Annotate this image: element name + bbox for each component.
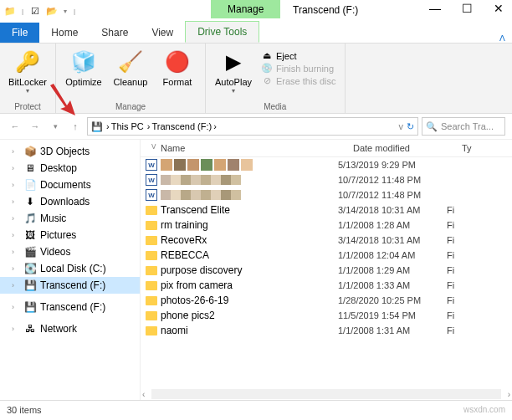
file-name: pix from camera (161, 279, 233, 291)
horizontal-scrollbar[interactable]: ‹ › (141, 388, 512, 400)
file-row[interactable]: rm training1/1/2008 1:28 AMFi (141, 218, 512, 233)
navigation-pane[interactable]: ›📦3D Objects›🖥Desktop›📄Documents›⬇Downlo… (0, 140, 141, 400)
file-row[interactable]: Transcend Elite3/14/2018 10:31 AMFi (141, 202, 512, 218)
checkbox-icon[interactable]: ☑ (28, 4, 42, 18)
address-bar: ← → ▾ ↑ 💾 ›This PC ›Transcend (F:)› v ↻ … (0, 114, 512, 139)
breadcrumb-this-pc[interactable]: This PC (111, 121, 144, 131)
nav-icon: ⬇ (23, 196, 37, 207)
drive-tools-tab[interactable]: Drive Tools (185, 21, 259, 43)
chevron-right-icon[interactable]: › (12, 214, 20, 223)
qat-dropdown-icon[interactable]: ▾ (64, 8, 67, 15)
sidebar-item-downloads[interactable]: ›⬇Downloads (0, 193, 140, 210)
file-tab[interactable]: File (0, 23, 39, 43)
address-box[interactable]: 💾 ›This PC ›Transcend (F:)› v ↻ (87, 117, 418, 136)
file-list[interactable]: W5/13/2019 9:29 PMW10/7/2012 11:48 PMW10… (141, 157, 512, 388)
file-row[interactable]: pix from camera1/1/2008 1:33 AMFi (141, 278, 512, 293)
minimize-button[interactable]: — (425, 2, 445, 15)
sidebar-item-documents[interactable]: ›📄Documents (0, 177, 140, 193)
chevron-right-icon[interactable]: › (12, 325, 20, 333)
folder-icon[interactable]: 📁 (3, 4, 17, 18)
close-button[interactable]: ✕ (489, 2, 509, 15)
sidebar-item-transcend-f-[interactable]: ›💾Transcend (F:) (0, 299, 140, 315)
word-doc-icon: W (146, 189, 157, 201)
file-date: 1/1/2008 12:04 AM (338, 250, 447, 260)
chevron-right-icon[interactable]: › (12, 164, 20, 172)
sidebar-item-transcend-f-[interactable]: ›💾Transcend (F:) (0, 277, 140, 294)
chevron-right-icon[interactable]: › (12, 181, 20, 189)
search-box[interactable]: 🔍 Search Tra... (422, 117, 505, 136)
file-name: purpose discovery (161, 264, 242, 276)
forward-button[interactable]: → (27, 118, 44, 135)
eject-button[interactable]: ⏏Eject (261, 50, 336, 61)
address-dropdown-icon[interactable]: v (399, 121, 404, 131)
search-placeholder: Search Tra... (441, 121, 494, 131)
nav-icon: 🖼 (23, 229, 37, 241)
file-date: 1/28/2020 10:25 PM (338, 295, 447, 305)
burn-icon: 💿 (261, 63, 273, 74)
file-row[interactable]: RecoveRx3/14/2018 10:31 AMFi (141, 233, 512, 248)
maximize-button[interactable]: ☐ (457, 2, 477, 15)
cleanup-button[interactable]: 🧹 Cleanup (110, 47, 151, 100)
chevron-right-icon[interactable]: › (12, 303, 20, 311)
sidebar-item-local-disk-c-[interactable]: ›💽Local Disk (C:) (0, 260, 140, 277)
protect-group: 🔑 BitLocker ▾ Protect (0, 44, 56, 113)
file-row[interactable]: W10/7/2012 11:48 PM (141, 187, 512, 202)
nav-label: Pictures (40, 229, 76, 241)
nav-label: 3D Objects (40, 146, 90, 157)
file-row[interactable]: purpose discovery1/1/2008 1:29 AMFi (141, 263, 512, 278)
share-tab[interactable]: Share (90, 23, 140, 43)
file-row[interactable]: W10/7/2012 11:48 PM (141, 172, 512, 187)
refresh-icon[interactable]: ↻ (407, 121, 414, 132)
sidebar-item-desktop[interactable]: ›🖥Desktop (0, 160, 140, 177)
chevron-right-icon[interactable]: › (12, 231, 20, 239)
home-tab[interactable]: Home (39, 23, 90, 43)
scroll-left-icon[interactable]: ‹ (142, 390, 145, 399)
file-row[interactable]: photos-26-6-191/28/2020 10:25 PMFi (141, 293, 512, 308)
back-button[interactable]: ← (7, 118, 23, 135)
finish-burning-button: 💿Finish burning (261, 63, 336, 74)
sidebar-item-network[interactable]: ›🖧Network (0, 320, 140, 337)
nav-icon: 💾 (23, 279, 37, 291)
up-button[interactable]: ↑ (67, 118, 84, 135)
chevron-right-icon[interactable]: › (12, 197, 20, 206)
erase-disc-button: ⊘Erase this disc (261, 75, 336, 86)
breadcrumb-current[interactable]: Transcend (F:) (151, 121, 212, 131)
ribbon-collapse-icon[interactable]: ᐱ (499, 33, 512, 43)
folder-icon (146, 236, 157, 245)
file-name: REBECCA (161, 249, 209, 261)
nav-label: Network (40, 323, 77, 335)
file-date: 1/1/2008 1:33 AM (338, 280, 447, 290)
column-date[interactable]: Date modified (353, 143, 462, 153)
open-folder-icon[interactable]: 📂 (45, 4, 59, 18)
autoplay-button[interactable]: ▶ AutoPlay ▾ (212, 47, 254, 100)
file-row[interactable]: W5/13/2019 9:29 PM (141, 157, 512, 172)
file-row[interactable]: REBECCA1/1/2008 12:04 AMFi (141, 248, 512, 263)
sidebar-item-videos[interactable]: ›🎬Videos (0, 243, 140, 260)
file-type: Fi (447, 280, 507, 290)
sidebar-item-music[interactable]: ›🎵Music (0, 210, 140, 227)
bitlocker-button[interactable]: 🔑 BitLocker ▾ (7, 47, 49, 100)
chevron-right-icon[interactable]: › (12, 281, 20, 289)
format-button[interactable]: 🔴 Format (156, 47, 198, 100)
column-headers[interactable]: ᐯ Name Date modified Ty (141, 140, 512, 157)
sidebar-item-pictures[interactable]: ›🖼Pictures (0, 227, 140, 243)
chevron-right-icon[interactable]: › (12, 264, 20, 273)
nav-icon: 📦 (23, 146, 37, 157)
sidebar-item-3d-objects[interactable]: ›📦3D Objects (0, 143, 140, 160)
sort-indicator[interactable]: ᐯ (146, 143, 161, 153)
column-name[interactable]: Name (161, 143, 353, 153)
bitlocker-icon: 🔑 (14, 49, 41, 75)
chevron-right-icon[interactable]: › (12, 248, 20, 256)
nav-icon: 🎵 (23, 213, 37, 224)
scroll-right-icon[interactable]: › (508, 390, 510, 399)
view-tab[interactable]: View (140, 23, 185, 43)
file-date: 10/7/2012 11:48 PM (338, 175, 447, 185)
chevron-right-icon[interactable]: › (12, 147, 20, 156)
file-row[interactable]: phone pics211/5/2019 1:54 PMFi (141, 308, 512, 323)
file-row[interactable]: naomi1/1/2008 1:31 AMFi (141, 323, 512, 338)
content-pane: ᐯ Name Date modified Ty W5/13/2019 9:29 … (141, 140, 512, 400)
column-type[interactable]: Ty (462, 143, 507, 153)
recent-locations-button[interactable]: ▾ (47, 118, 64, 135)
nav-icon: 🖧 (23, 323, 37, 335)
file-date: 3/14/2018 10:31 AM (338, 205, 447, 215)
